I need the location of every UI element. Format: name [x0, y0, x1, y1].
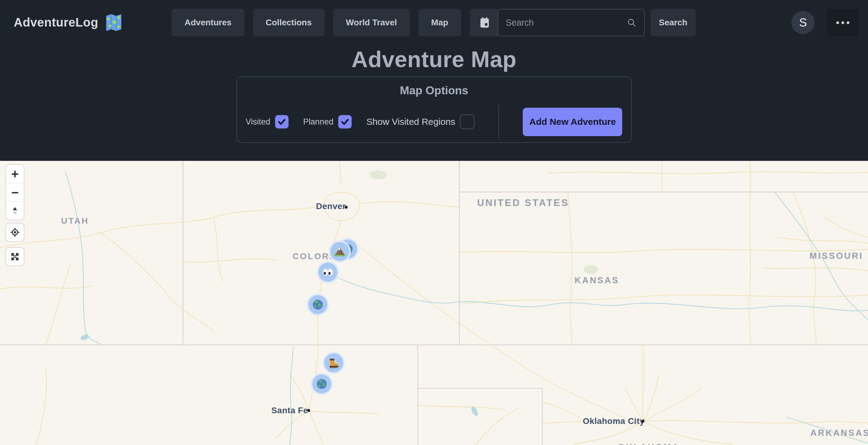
- search-icon: [626, 18, 637, 28]
- pitch-arrows-icon: [10, 206, 20, 216]
- state-label-kansas: KANSAS: [575, 275, 619, 286]
- zoom-control-group: + −: [5, 164, 24, 220]
- user-avatar[interactable]: S: [792, 11, 815, 34]
- adventure-marker-globe[interactable]: [312, 375, 331, 393]
- more-menu-button[interactable]: [827, 9, 859, 36]
- ellipsis-icon: [836, 21, 839, 24]
- map-emoji-icon: [104, 12, 124, 33]
- state-label-arkansas: ARKANSAS: [810, 428, 868, 438]
- main-nav: Adventures Collections World Travel Map: [172, 9, 538, 36]
- search-button[interactable]: Search: [651, 9, 696, 36]
- pitch-toggle-button[interactable]: [6, 202, 24, 220]
- show-regions-label: Show Visited Regions: [366, 117, 455, 127]
- city-dot-oklahoma-city: [641, 420, 645, 423]
- map-options-row: Visited Planned Show Visited Regions: [237, 105, 631, 139]
- visited-label: Visited: [246, 117, 271, 127]
- nav-world-travel-button[interactable]: World Travel: [333, 9, 410, 36]
- add-new-adventure-button[interactable]: Add New Adventure: [523, 108, 622, 136]
- nav-adventures-button[interactable]: Adventures: [172, 9, 244, 36]
- city-dot-santa-fe: [307, 409, 310, 412]
- adventure-marker-boot[interactable]: [324, 353, 343, 373]
- boot-icon: [327, 356, 341, 370]
- logo-text: AdventureLog: [14, 16, 98, 29]
- city-label-denver: Denver: [316, 202, 346, 211]
- nav-map-button[interactable]: Map: [418, 9, 461, 36]
- mountain-icon: [333, 244, 347, 259]
- zoom-out-button[interactable]: −: [6, 183, 24, 202]
- nav-collections-button[interactable]: Collections: [253, 9, 324, 36]
- app-header: AdventureLog Adventures Collections Worl…: [0, 0, 868, 45]
- adventure-marker-mountain[interactable]: [330, 242, 349, 261]
- visited-checkbox[interactable]: [275, 115, 288, 128]
- check-icon: [340, 117, 350, 127]
- fullscreen-button[interactable]: [5, 247, 24, 266]
- state-label-united-states: UNITED STATES: [477, 197, 569, 208]
- map-options-card: Map Options Visited Planned Show Visited…: [236, 76, 632, 143]
- state-label-missouri: MISSOURI: [809, 251, 863, 261]
- options-divider: [498, 105, 499, 139]
- page-title: Adventure Map: [0, 47, 868, 72]
- globe-icon: [315, 377, 329, 391]
- geolocate-button[interactable]: [5, 223, 24, 242]
- calendar-icon: [478, 16, 491, 29]
- state-label-oklahoma: OKLAHOMA: [618, 442, 680, 445]
- city-dot-denver: [345, 206, 348, 209]
- basemap-graphics: [0, 161, 868, 445]
- check-icon: [277, 117, 287, 127]
- adventure-marker-globe[interactable]: [308, 295, 327, 314]
- geolocate-icon: [10, 227, 20, 237]
- globe-icon: [311, 298, 325, 312]
- planned-label: Planned: [303, 117, 333, 127]
- search-box: [498, 9, 645, 36]
- map-canvas[interactable]: UTAHCOLORADOUNITED STATESKANSASMISSOURIA…: [0, 161, 868, 445]
- city-label-santa-fe: Santa Fe: [272, 406, 308, 415]
- fullscreen-icon: [10, 251, 20, 262]
- city-label-oklahoma-city: Oklahoma City: [583, 416, 645, 426]
- map-options-heading: Map Options: [237, 84, 631, 97]
- show-regions-checkbox[interactable]: [460, 115, 474, 129]
- calendar-button[interactable]: [470, 9, 500, 36]
- search-input[interactable]: [506, 18, 626, 28]
- zoom-in-button[interactable]: +: [6, 165, 24, 183]
- eyes-icon: [321, 265, 335, 279]
- adventure-marker-eyes[interactable]: [318, 263, 337, 282]
- state-label-utah: UTAH: [61, 216, 89, 226]
- adventurelog-app: AdventureLog Adventures Collections Worl…: [0, 0, 868, 445]
- planned-checkbox[interactable]: [338, 115, 352, 128]
- logo[interactable]: AdventureLog: [14, 0, 124, 45]
